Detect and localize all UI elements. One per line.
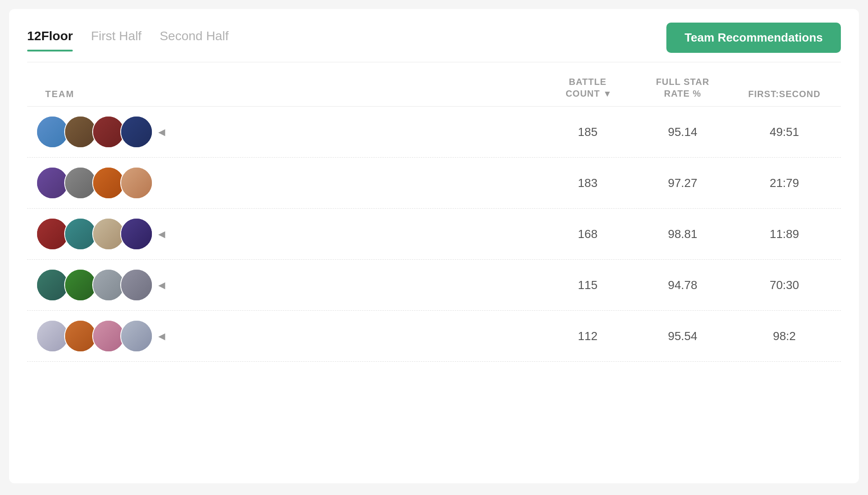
avatar-group xyxy=(36,116,153,148)
svg-point-6 xyxy=(121,117,152,147)
svg-point-30 xyxy=(121,270,152,300)
cell-first-second: 11:89 xyxy=(728,227,841,241)
tabs-section: 12Floor First Half Second Half xyxy=(27,29,247,47)
team-recommendations-button[interactable]: Team Recommendations xyxy=(666,23,841,53)
tab-second-half[interactable]: Second Half xyxy=(160,29,229,47)
avatar-group xyxy=(36,320,153,352)
cell-battle-count: 112 xyxy=(538,329,637,343)
arrow-icon: ◀ xyxy=(158,126,165,137)
table-row[interactable]: ◀16898.8111:89 xyxy=(27,209,841,260)
main-container: 12Floor First Half Second Half Team Reco… xyxy=(9,9,859,483)
cell-full-star-rate: 95.54 xyxy=(637,329,728,343)
avatar-group xyxy=(36,269,153,301)
cell-battle-count: 185 xyxy=(538,125,637,139)
table-row[interactable]: ◀18595.1449:51 xyxy=(27,107,841,158)
svg-point-7 xyxy=(122,117,151,146)
svg-point-2 xyxy=(65,117,96,147)
svg-point-3 xyxy=(66,117,95,146)
cell-full-star-rate: 98.81 xyxy=(637,227,728,241)
svg-point-16 xyxy=(37,219,68,249)
header-row: 12Floor First Half Second Half Team Reco… xyxy=(27,23,841,53)
col-header-battle-count[interactable]: BATTLECOUNT ▾ xyxy=(538,76,637,99)
svg-point-0 xyxy=(37,117,68,147)
tab-12floor[interactable]: 12Floor xyxy=(27,29,73,47)
svg-point-36 xyxy=(93,321,124,351)
svg-point-21 xyxy=(94,219,123,248)
arrow-icon: ◀ xyxy=(158,331,165,341)
cell-full-star-rate: 94.78 xyxy=(637,278,728,292)
svg-point-18 xyxy=(65,219,96,249)
svg-point-34 xyxy=(65,321,96,351)
svg-point-15 xyxy=(122,168,151,197)
svg-point-23 xyxy=(122,219,151,248)
svg-point-12 xyxy=(93,168,124,198)
avatar xyxy=(120,167,153,199)
svg-point-8 xyxy=(37,168,68,198)
table-body: ◀18595.1449:51 18397.2721:79 ◀16898.8111… xyxy=(27,107,841,362)
cell-full-star-rate: 95.14 xyxy=(637,125,728,139)
team-avatars-cell xyxy=(27,167,538,199)
cell-battle-count: 168 xyxy=(538,227,637,241)
tab-first-half[interactable]: First Half xyxy=(91,29,142,47)
cell-first-second: 98:2 xyxy=(728,329,841,343)
table-row[interactable]: ◀11594.7870:30 xyxy=(27,260,841,311)
avatar xyxy=(120,320,153,352)
team-avatars-cell: ◀ xyxy=(27,218,538,250)
svg-point-33 xyxy=(38,322,67,350)
svg-point-26 xyxy=(65,270,96,300)
svg-point-14 xyxy=(121,168,152,198)
svg-point-25 xyxy=(38,271,67,299)
svg-point-35 xyxy=(66,322,95,350)
arrow-icon: ◀ xyxy=(158,280,165,290)
cell-full-star-rate: 97.27 xyxy=(637,176,728,190)
cell-first-second: 70:30 xyxy=(728,278,841,292)
svg-point-4 xyxy=(93,117,124,147)
table-row[interactable]: ◀11295.5498:2 xyxy=(27,311,841,362)
svg-point-28 xyxy=(93,270,124,300)
team-avatars-cell: ◀ xyxy=(27,320,538,352)
avatar-group xyxy=(36,218,153,250)
col-header-full-star: FULL STARRATE % xyxy=(637,76,728,99)
sort-icon: ▾ xyxy=(605,88,610,99)
avatar xyxy=(120,269,153,301)
col-header-team: TEAM xyxy=(27,89,538,99)
table-header: TEAM BATTLECOUNT ▾ FULL STARRATE % FIRST… xyxy=(27,62,841,107)
svg-point-32 xyxy=(37,321,68,351)
team-avatars-cell: ◀ xyxy=(27,116,538,148)
svg-point-17 xyxy=(38,219,67,248)
cell-battle-count: 183 xyxy=(538,176,637,190)
svg-point-5 xyxy=(94,117,123,146)
svg-point-27 xyxy=(66,271,95,299)
svg-point-37 xyxy=(94,322,123,350)
cell-battle-count: 115 xyxy=(538,278,637,292)
cell-first-second: 21:79 xyxy=(728,176,841,190)
svg-point-24 xyxy=(37,270,68,300)
svg-point-10 xyxy=(65,168,96,198)
svg-point-22 xyxy=(121,219,152,249)
svg-point-31 xyxy=(122,271,151,299)
avatar-group xyxy=(36,167,153,199)
avatar xyxy=(120,218,153,250)
svg-point-9 xyxy=(38,168,67,197)
svg-point-19 xyxy=(66,219,95,248)
col-header-first-second: FIRST:SECOND xyxy=(728,89,841,99)
svg-point-20 xyxy=(93,219,124,249)
svg-point-11 xyxy=(66,168,95,197)
svg-point-1 xyxy=(38,117,67,146)
svg-point-39 xyxy=(122,322,151,350)
team-avatars-cell: ◀ xyxy=(27,269,538,301)
table-row[interactable]: 18397.2721:79 xyxy=(27,158,841,209)
cell-first-second: 49:51 xyxy=(728,125,841,139)
svg-point-13 xyxy=(94,168,123,197)
svg-point-38 xyxy=(121,321,152,351)
arrow-icon: ◀ xyxy=(158,229,165,239)
avatar xyxy=(120,116,153,148)
svg-point-29 xyxy=(94,271,123,299)
